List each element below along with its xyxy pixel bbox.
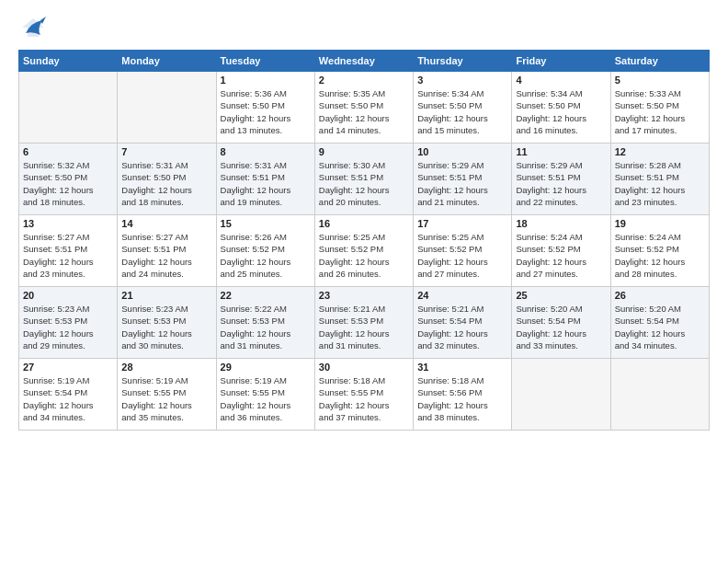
day-info: Sunrise: 5:25 AM Sunset: 5:52 PM Dayligh… [417, 231, 507, 280]
calendar-week-row: 20Sunrise: 5:23 AM Sunset: 5:53 PM Dayli… [19, 287, 710, 359]
day-info: Sunrise: 5:19 AM Sunset: 5:55 PM Dayligh… [121, 374, 211, 423]
calendar-day-cell: 6Sunrise: 5:32 AM Sunset: 5:50 PM Daylig… [19, 144, 118, 215]
day-number: 26 [615, 290, 705, 301]
weekday-header: Wednesday [314, 51, 413, 72]
day-info: Sunrise: 5:21 AM Sunset: 5:54 PM Dayligh… [417, 303, 507, 351]
calendar-day-cell: 7Sunrise: 5:31 AM Sunset: 5:50 PM Daylig… [118, 144, 216, 215]
day-info: Sunrise: 5:19 AM Sunset: 5:55 PM Dayligh… [221, 374, 311, 423]
calendar-week-row: 6Sunrise: 5:32 AM Sunset: 5:50 PM Daylig… [19, 144, 710, 215]
calendar-day-cell: 31Sunrise: 5:18 AM Sunset: 5:56 PM Dayli… [414, 359, 512, 431]
calendar-day-cell: 12Sunrise: 5:28 AM Sunset: 5:51 PM Dayli… [610, 144, 709, 215]
day-info: Sunrise: 5:27 AM Sunset: 5:51 PM Dayligh… [23, 231, 113, 280]
weekday-header: Thursday [414, 51, 512, 72]
logo-icon [18, 15, 48, 40]
day-number: 17 [417, 218, 507, 229]
day-number: 23 [319, 290, 409, 301]
calendar-day-cell: 1Sunrise: 5:36 AM Sunset: 5:50 PM Daylig… [216, 72, 314, 144]
calendar-day-cell: 3Sunrise: 5:34 AM Sunset: 5:50 PM Daylig… [414, 72, 512, 144]
weekday-header: Friday [512, 51, 610, 72]
day-number: 9 [319, 146, 409, 157]
calendar-day-cell [19, 72, 118, 144]
day-number: 24 [417, 290, 507, 301]
day-info: Sunrise: 5:33 AM Sunset: 5:50 PM Dayligh… [615, 87, 705, 136]
day-info: Sunrise: 5:18 AM Sunset: 5:55 PM Dayligh… [319, 374, 409, 423]
day-info: Sunrise: 5:34 AM Sunset: 5:50 PM Dayligh… [516, 87, 606, 136]
calendar-day-cell: 30Sunrise: 5:18 AM Sunset: 5:55 PM Dayli… [314, 359, 413, 431]
calendar-day-cell: 29Sunrise: 5:19 AM Sunset: 5:55 PM Dayli… [216, 359, 314, 431]
day-number: 20 [23, 290, 113, 301]
calendar-week-row: 1Sunrise: 5:36 AM Sunset: 5:50 PM Daylig… [19, 72, 710, 144]
day-info: Sunrise: 5:23 AM Sunset: 5:53 PM Dayligh… [121, 303, 211, 351]
day-number: 29 [221, 362, 311, 373]
calendar-day-cell: 5Sunrise: 5:33 AM Sunset: 5:50 PM Daylig… [610, 72, 709, 144]
calendar-day-cell: 21Sunrise: 5:23 AM Sunset: 5:53 PM Dayli… [118, 287, 216, 359]
day-number: 8 [221, 146, 311, 157]
day-info: Sunrise: 5:24 AM Sunset: 5:52 PM Dayligh… [516, 231, 606, 280]
day-info: Sunrise: 5:20 AM Sunset: 5:54 PM Dayligh… [516, 303, 606, 351]
day-number: 25 [516, 290, 606, 301]
calendar-day-cell: 23Sunrise: 5:21 AM Sunset: 5:53 PM Dayli… [314, 287, 413, 359]
day-number: 28 [121, 362, 211, 373]
calendar-day-cell: 24Sunrise: 5:21 AM Sunset: 5:54 PM Dayli… [414, 287, 512, 359]
calendar-day-cell: 19Sunrise: 5:24 AM Sunset: 5:52 PM Dayli… [610, 215, 709, 287]
calendar-day-cell: 4Sunrise: 5:34 AM Sunset: 5:50 PM Daylig… [512, 72, 610, 144]
weekday-header: Tuesday [216, 51, 314, 72]
calendar-day-cell: 27Sunrise: 5:19 AM Sunset: 5:54 PM Dayli… [19, 359, 118, 431]
day-number: 19 [615, 218, 705, 229]
calendar-day-cell: 13Sunrise: 5:27 AM Sunset: 5:51 PM Dayli… [19, 215, 118, 287]
day-info: Sunrise: 5:31 AM Sunset: 5:51 PM Dayligh… [221, 159, 311, 208]
calendar-page: SundayMondayTuesdayWednesdayThursdayFrid… [0, 0, 728, 563]
header [18, 15, 710, 40]
day-number: 13 [23, 218, 113, 229]
day-number: 18 [516, 218, 606, 229]
day-info: Sunrise: 5:21 AM Sunset: 5:53 PM Dayligh… [319, 303, 409, 351]
calendar-day-cell: 22Sunrise: 5:22 AM Sunset: 5:53 PM Dayli… [216, 287, 314, 359]
day-number: 21 [121, 290, 211, 301]
calendar-day-cell: 9Sunrise: 5:30 AM Sunset: 5:51 PM Daylig… [314, 144, 413, 215]
day-info: Sunrise: 5:35 AM Sunset: 5:50 PM Dayligh… [319, 87, 409, 136]
day-info: Sunrise: 5:32 AM Sunset: 5:50 PM Dayligh… [23, 159, 113, 208]
day-info: Sunrise: 5:22 AM Sunset: 5:53 PM Dayligh… [221, 303, 311, 351]
weekday-header: Saturday [610, 51, 709, 72]
weekday-header: Sunday [19, 51, 118, 72]
day-number: 5 [615, 75, 705, 86]
calendar-day-cell: 11Sunrise: 5:29 AM Sunset: 5:51 PM Dayli… [512, 144, 610, 215]
calendar-day-cell: 26Sunrise: 5:20 AM Sunset: 5:54 PM Dayli… [610, 287, 709, 359]
day-info: Sunrise: 5:19 AM Sunset: 5:54 PM Dayligh… [23, 374, 113, 423]
day-number: 22 [221, 290, 311, 301]
day-info: Sunrise: 5:20 AM Sunset: 5:54 PM Dayligh… [615, 303, 705, 351]
day-info: Sunrise: 5:29 AM Sunset: 5:51 PM Dayligh… [417, 159, 507, 208]
day-number: 11 [516, 146, 606, 157]
calendar-day-cell [512, 359, 610, 431]
day-info: Sunrise: 5:23 AM Sunset: 5:53 PM Dayligh… [23, 303, 113, 351]
day-info: Sunrise: 5:25 AM Sunset: 5:52 PM Dayligh… [319, 231, 409, 280]
calendar-day-cell: 28Sunrise: 5:19 AM Sunset: 5:55 PM Dayli… [118, 359, 216, 431]
calendar-day-cell [118, 72, 216, 144]
day-number: 10 [417, 146, 507, 157]
day-number: 31 [417, 362, 507, 373]
day-info: Sunrise: 5:26 AM Sunset: 5:52 PM Dayligh… [221, 231, 311, 280]
day-info: Sunrise: 5:36 AM Sunset: 5:50 PM Dayligh… [221, 87, 311, 136]
calendar-day-cell: 15Sunrise: 5:26 AM Sunset: 5:52 PM Dayli… [216, 215, 314, 287]
day-number: 2 [319, 75, 409, 86]
day-number: 7 [121, 146, 211, 157]
calendar-day-cell: 16Sunrise: 5:25 AM Sunset: 5:52 PM Dayli… [314, 215, 413, 287]
day-number: 6 [23, 146, 113, 157]
calendar-week-row: 27Sunrise: 5:19 AM Sunset: 5:54 PM Dayli… [19, 359, 710, 431]
calendar-day-cell: 17Sunrise: 5:25 AM Sunset: 5:52 PM Dayli… [414, 215, 512, 287]
day-number: 30 [319, 362, 409, 373]
day-number: 12 [615, 146, 705, 157]
weekday-header-row: SundayMondayTuesdayWednesdayThursdayFrid… [19, 51, 710, 72]
day-number: 15 [221, 218, 311, 229]
day-info: Sunrise: 5:18 AM Sunset: 5:56 PM Dayligh… [417, 374, 507, 423]
calendar-week-row: 13Sunrise: 5:27 AM Sunset: 5:51 PM Dayli… [19, 215, 710, 287]
calendar-day-cell: 8Sunrise: 5:31 AM Sunset: 5:51 PM Daylig… [216, 144, 314, 215]
logo [18, 15, 51, 40]
day-info: Sunrise: 5:30 AM Sunset: 5:51 PM Dayligh… [319, 159, 409, 208]
day-number: 3 [417, 75, 507, 86]
day-number: 27 [23, 362, 113, 373]
day-info: Sunrise: 5:31 AM Sunset: 5:50 PM Dayligh… [121, 159, 211, 208]
day-info: Sunrise: 5:34 AM Sunset: 5:50 PM Dayligh… [417, 87, 507, 136]
calendar-day-cell: 10Sunrise: 5:29 AM Sunset: 5:51 PM Dayli… [414, 144, 512, 215]
calendar-day-cell: 25Sunrise: 5:20 AM Sunset: 5:54 PM Dayli… [512, 287, 610, 359]
